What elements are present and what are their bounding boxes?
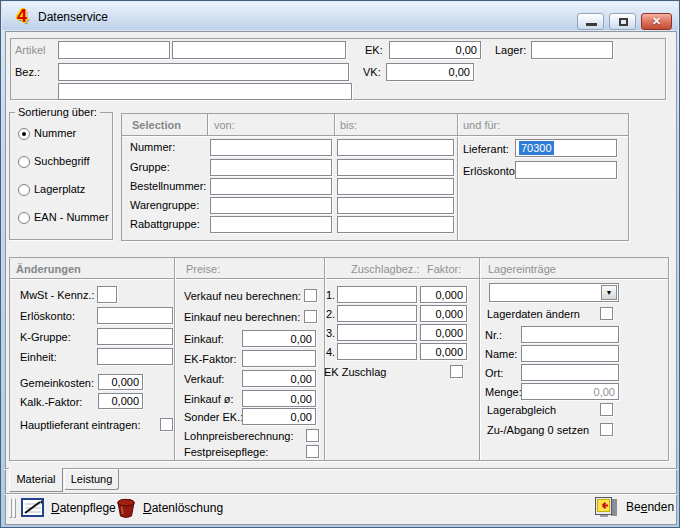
lohnpreis-checkbox[interactable] bbox=[306, 429, 319, 442]
toolbar-gripper[interactable] bbox=[13, 498, 16, 518]
zuschlag-title: Zuschlagbez.: bbox=[351, 263, 419, 276]
beenden-button[interactable]: Beenden bbox=[593, 494, 674, 520]
gruppe-bis-field[interactable] bbox=[337, 159, 454, 176]
verkauf-field[interactable] bbox=[242, 370, 316, 387]
toolbar-gripper[interactable] bbox=[9, 498, 12, 518]
vk-field[interactable] bbox=[386, 63, 474, 81]
tab-material[interactable]: Material bbox=[9, 468, 63, 492]
kalkfaktor-label: Kalk.-Faktor: bbox=[20, 396, 82, 409]
chevron-down-icon[interactable]: ▼ bbox=[601, 285, 617, 300]
einheit-field[interactable] bbox=[97, 348, 173, 365]
warengruppe-von-field[interactable] bbox=[210, 197, 332, 214]
tab-leistung[interactable]: Leistung bbox=[64, 469, 119, 490]
erloeskonto-field[interactable] bbox=[97, 307, 173, 324]
menge-field[interactable] bbox=[521, 383, 619, 400]
kalkfaktor-field[interactable] bbox=[98, 393, 143, 409]
gemeinkosten-field[interactable] bbox=[98, 374, 143, 390]
kgruppe-field[interactable] bbox=[97, 328, 173, 345]
maximize-icon bbox=[619, 18, 628, 26]
close-button[interactable]: ✕ bbox=[641, 13, 672, 30]
lieferant-field[interactable]: 70300 bbox=[515, 139, 617, 157]
bez-field[interactable] bbox=[58, 63, 349, 81]
zuschlag-bez-1[interactable] bbox=[337, 286, 417, 303]
minimize-icon bbox=[586, 23, 597, 26]
radio-ean[interactable] bbox=[18, 212, 30, 224]
minimize-button[interactable] bbox=[577, 13, 604, 30]
trash-icon bbox=[115, 498, 137, 519]
einkauf-neu-checkbox[interactable] bbox=[304, 310, 317, 323]
maximize-button[interactable] bbox=[609, 13, 636, 30]
titlebar[interactable]: 4 Datenservice ✕ bbox=[2, 2, 678, 30]
sonder-ek-label: Sonder EK.: bbox=[184, 411, 243, 424]
kgruppe-label: K-Gruppe: bbox=[20, 331, 71, 344]
zuschlag-faktor-2[interactable] bbox=[420, 305, 467, 322]
hauptlieferant-label: Hauptlieferant eintragen: bbox=[20, 419, 140, 432]
gruppe-von-field[interactable] bbox=[210, 159, 332, 176]
preise-title: Preise: bbox=[186, 263, 220, 276]
von-column-header: von: bbox=[214, 119, 235, 132]
datenloeschung-label: Datenlöschung bbox=[143, 501, 223, 515]
rabattgruppe-von-field[interactable] bbox=[210, 216, 332, 233]
rabattgruppe-bis-field[interactable] bbox=[337, 216, 454, 233]
warengruppe-bis-field[interactable] bbox=[337, 197, 454, 214]
lagerabgleich-checkbox[interactable] bbox=[600, 403, 613, 416]
selection-row-label: Bestellnummer: bbox=[130, 180, 206, 193]
radio-dot bbox=[22, 132, 26, 136]
datenpflege-button[interactable]: Datenpflege bbox=[21, 495, 116, 521]
radio-lagerplatz-label[interactable]: Lagerplatz bbox=[34, 183, 85, 196]
nr-label: Nr.: bbox=[485, 329, 502, 342]
ek-field[interactable] bbox=[389, 41, 481, 59]
zuschlag-bez-4[interactable] bbox=[337, 343, 417, 360]
ek-zuschlag-checkbox[interactable] bbox=[450, 365, 463, 378]
lagerabgleich-label: Lagerabgleich bbox=[487, 404, 556, 417]
lagerdaten-checkbox[interactable] bbox=[600, 307, 613, 320]
name-field[interactable] bbox=[521, 345, 619, 362]
einheit-label: Einheit: bbox=[20, 351, 57, 364]
radio-lagerplatz[interactable] bbox=[18, 184, 30, 196]
hauptlieferant-checkbox[interactable] bbox=[160, 418, 173, 431]
erloeskonto-label: Erlöskonto: bbox=[20, 310, 75, 323]
zuschlag-row-num: 3. bbox=[326, 327, 335, 340]
zuschlag-faktor-1[interactable] bbox=[420, 286, 467, 303]
zuabgang-checkbox[interactable] bbox=[600, 423, 613, 436]
artikel-nr-field[interactable] bbox=[58, 41, 170, 59]
zuschlag-faktor-3[interactable] bbox=[420, 324, 467, 341]
einkauf-avg-label: Einkauf ø: bbox=[184, 393, 234, 406]
lager-field[interactable] bbox=[531, 41, 613, 59]
bez2-field[interactable] bbox=[58, 83, 352, 100]
zuschlag-faktor-4[interactable] bbox=[420, 343, 467, 360]
zuschlag-bez-3[interactable] bbox=[337, 324, 417, 341]
mwst-label: MwSt - Kennz.: bbox=[20, 289, 95, 302]
verkauf-neu-checkbox[interactable] bbox=[304, 289, 317, 302]
selected-text: 70300 bbox=[519, 141, 554, 155]
festpreise-checkbox[interactable] bbox=[306, 445, 319, 458]
band-divider bbox=[479, 258, 480, 460]
einkauf-field[interactable] bbox=[242, 330, 316, 347]
erloeskonto-und-label: Erlöskonto: bbox=[463, 165, 518, 178]
radio-suchbegriff-label[interactable]: Suchbegriff bbox=[34, 155, 89, 168]
radio-ean-label[interactable]: EAN - Nummer bbox=[34, 211, 109, 224]
chart-pencil-icon bbox=[21, 498, 45, 518]
lager-dropdown[interactable]: ▼ bbox=[489, 283, 619, 302]
ort-label: Ort: bbox=[485, 367, 503, 380]
datenloeschung-button[interactable]: Datenlöschung bbox=[115, 495, 223, 521]
radio-nummer-label[interactable]: Nummer bbox=[34, 127, 76, 140]
ort-field[interactable] bbox=[521, 364, 619, 381]
faktor-title: Faktor: bbox=[427, 263, 461, 276]
einkauf-avg-field[interactable] bbox=[242, 390, 316, 407]
radio-suchbegriff[interactable] bbox=[18, 156, 30, 168]
zuschlag-bez-2[interactable] bbox=[337, 305, 417, 322]
nummer-von-field[interactable] bbox=[210, 139, 332, 156]
bestellnummer-von-field[interactable] bbox=[210, 178, 332, 195]
ekfaktor-field[interactable] bbox=[242, 350, 316, 367]
header-underline bbox=[122, 135, 628, 136]
sonder-ek-field[interactable] bbox=[242, 408, 316, 425]
erloeskonto-und-field[interactable] bbox=[515, 161, 617, 179]
nummer-bis-field[interactable] bbox=[337, 139, 454, 156]
radio-nummer[interactable] bbox=[18, 128, 30, 140]
bestellnummer-bis-field[interactable] bbox=[337, 178, 454, 195]
nr-field[interactable] bbox=[521, 326, 619, 343]
beenden-label: Beenden bbox=[626, 500, 674, 514]
mwst-field[interactable] bbox=[97, 286, 117, 303]
artikel-nr2-field[interactable] bbox=[172, 41, 346, 59]
